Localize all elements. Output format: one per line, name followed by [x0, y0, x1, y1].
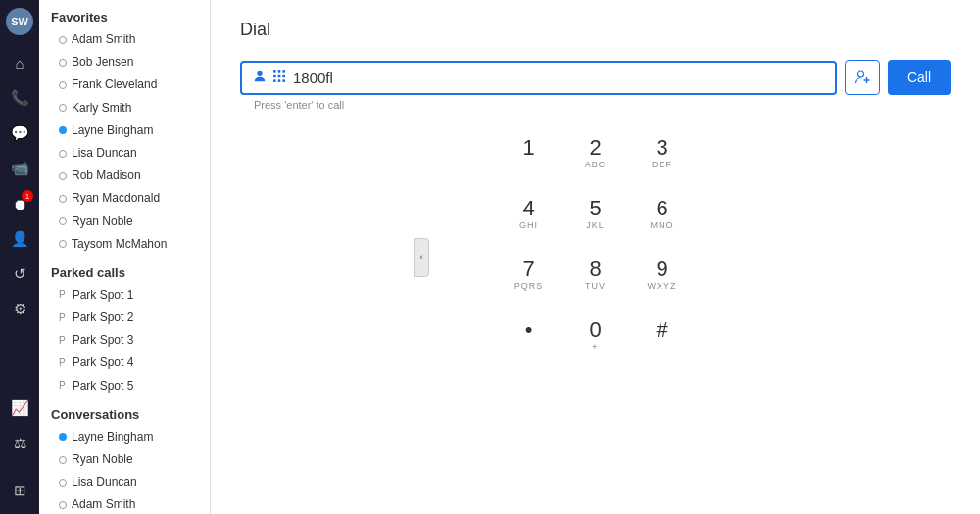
- contacts-icon[interactable]: 👤: [4, 223, 35, 255]
- park-spot-1[interactable]: P Park Spot 1: [39, 284, 210, 306]
- park-icon: P: [59, 287, 66, 303]
- phone-icon[interactable]: 📞: [4, 82, 35, 114]
- conv-adam-smith[interactable]: Adam Smith: [39, 493, 210, 514]
- apps-icon[interactable]: ⊞: [4, 475, 35, 506]
- park-name: Park Spot 5: [73, 377, 134, 396]
- history-icon[interactable]: ↺: [4, 258, 35, 290]
- status-dot: [59, 240, 67, 248]
- key-2[interactable]: 2 ABC: [566, 126, 625, 179]
- park-name: Park Spot 3: [73, 331, 134, 350]
- favorite-lisa-duncan[interactable]: Lisa Duncan: [39, 142, 210, 164]
- conversations-title: Conversations: [39, 397, 210, 426]
- svg-point-0: [257, 70, 262, 75]
- key-9[interactable]: 9 WXYZ: [633, 248, 692, 301]
- svg-rect-5: [278, 74, 281, 77]
- favorite-adam-smith[interactable]: Adam Smith: [39, 28, 210, 51]
- favorite-ryan-noble[interactable]: Ryan Noble: [39, 210, 210, 233]
- dial-input[interactable]: [293, 70, 825, 86]
- voicemail-badge: 1: [22, 190, 33, 202]
- contact-name: Ryan Noble: [72, 212, 133, 231]
- key-5[interactable]: 5 JKL: [566, 187, 625, 240]
- status-dot: [59, 456, 67, 464]
- status-dot: [59, 501, 67, 509]
- park-icon: P: [59, 333, 66, 349]
- conv-ryan-noble[interactable]: Ryan Noble: [39, 448, 210, 471]
- contact-name: Layne Bingham: [72, 121, 153, 140]
- svg-rect-8: [278, 79, 281, 82]
- park-icon: P: [59, 355, 66, 371]
- favorite-frank-cleveland[interactable]: Frank Cleveland: [39, 73, 210, 96]
- contact-name: Karly Smith: [72, 99, 131, 117]
- collapse-sidebar-button[interactable]: ‹: [414, 238, 429, 277]
- key-4[interactable]: 4 GHI: [500, 187, 559, 240]
- video-icon[interactable]: 📹: [4, 153, 35, 184]
- main-content: Dial: [211, 0, 980, 514]
- key-1[interactable]: 1: [500, 126, 559, 179]
- status-dot: [59, 217, 67, 225]
- contact-name: Adam Smith: [72, 30, 135, 49]
- park-icon: P: [59, 378, 66, 394]
- sidebar: Favorites Adam Smith Bob Jensen Frank Cl…: [39, 0, 211, 514]
- dial-hint: Press 'enter' to call: [254, 99, 951, 111]
- favorite-bob-jensen[interactable]: Bob Jensen: [39, 51, 210, 73]
- favorite-layne-bingham[interactable]: Layne Bingham: [39, 119, 210, 142]
- home-icon[interactable]: ⌂: [4, 47, 35, 78]
- svg-rect-4: [273, 74, 276, 77]
- contact-name: Adam Smith: [72, 495, 135, 514]
- status-dot: [59, 172, 67, 180]
- contact-icon: [252, 69, 268, 87]
- avatar[interactable]: SW: [6, 8, 33, 35]
- analytics-icon[interactable]: 📈: [4, 393, 35, 424]
- contact-name: Ryan Noble: [72, 450, 133, 469]
- contact-name: Rob Madison: [72, 166, 141, 185]
- add-contact-button[interactable]: [845, 60, 880, 95]
- svg-point-10: [858, 71, 863, 77]
- status-dot: [59, 81, 67, 89]
- status-dot: [59, 126, 67, 134]
- key-7[interactable]: 7 PQRS: [500, 248, 559, 301]
- contact-name: Lisa Duncan: [72, 473, 137, 491]
- status-dot: [59, 59, 67, 67]
- svg-rect-7: [273, 79, 276, 82]
- icon-bar: SW ⌂ 📞 💬 📹 ⏺ 1 👤 ↺ ⚙ 📈 ⚖ ⊞: [0, 0, 39, 514]
- key-3[interactable]: 3 DEF: [633, 126, 692, 179]
- park-spot-5[interactable]: P Park Spot 5: [39, 375, 210, 397]
- key-8[interactable]: 8 TUV: [566, 248, 625, 301]
- key-hash[interactable]: #: [633, 308, 692, 361]
- parked-calls-title: Parked calls: [39, 256, 210, 284]
- svg-rect-1: [273, 70, 276, 73]
- svg-rect-2: [278, 70, 281, 73]
- park-spot-2[interactable]: P Park Spot 2: [39, 306, 210, 329]
- park-spot-3[interactable]: P Park Spot 3: [39, 329, 210, 351]
- favorite-karly-smith[interactable]: Karly Smith: [39, 97, 210, 119]
- sliders-icon[interactable]: ⚖: [4, 428, 35, 459]
- favorite-ryan-macdonald[interactable]: Ryan Macdonald: [39, 187, 210, 210]
- key-0[interactable]: 0 +: [566, 308, 625, 361]
- status-dot: [59, 195, 67, 203]
- contact-name: Lisa Duncan: [72, 144, 137, 163]
- conv-lisa-duncan[interactable]: Lisa Duncan: [39, 471, 210, 493]
- status-dot: [59, 36, 67, 44]
- chat-icon[interactable]: 💬: [4, 117, 35, 149]
- svg-rect-9: [282, 79, 285, 82]
- call-button[interactable]: Call: [888, 60, 951, 95]
- svg-rect-6: [282, 74, 285, 77]
- status-dot: [59, 479, 67, 487]
- contact-name: Taysom McMahon: [72, 235, 167, 254]
- settings-icon[interactable]: ⚙: [4, 294, 35, 325]
- park-name: Park Spot 2: [73, 308, 134, 327]
- voicemail-icon[interactable]: ⏺ 1: [4, 188, 35, 219]
- key-6[interactable]: 6 MNO: [633, 187, 692, 240]
- favorite-taysom-mcmahon[interactable]: Taysom McMahon: [39, 233, 210, 256]
- park-name: Park Spot 4: [73, 353, 134, 372]
- favorites-title: Favorites: [39, 0, 210, 28]
- contact-name: Bob Jensen: [72, 53, 133, 71]
- park-icon: P: [59, 310, 66, 326]
- dial-input-wrapper[interactable]: [240, 61, 837, 95]
- contact-name: Frank Cleveland: [72, 75, 157, 94]
- favorite-rob-madison[interactable]: Rob Madison: [39, 164, 210, 187]
- conv-layne-bingham[interactable]: Layne Bingham: [39, 426, 210, 448]
- park-spot-4[interactable]: P Park Spot 4: [39, 351, 210, 374]
- key-star[interactable]: •: [500, 308, 559, 361]
- park-name: Park Spot 1: [73, 286, 134, 304]
